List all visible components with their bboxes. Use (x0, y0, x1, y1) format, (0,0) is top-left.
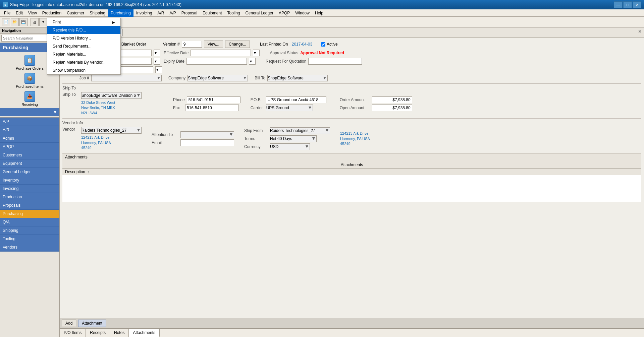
menu-view[interactable]: View (25, 9, 40, 17)
sidebar-item-vendors[interactable]: Vendors (0, 243, 59, 252)
sidebar-item-shipping[interactable]: Shipping (0, 226, 59, 235)
menu-replan-materials-by-vendor[interactable]: Replan Materials By Vendor... (47, 58, 120, 66)
effective-date-dropdown[interactable]: ▾ (253, 50, 260, 56)
active-checkbox[interactable]: Active (321, 42, 338, 47)
print-button[interactable]: 🖨 (31, 18, 39, 26)
rfq-input[interactable] (308, 58, 362, 65)
sidebar-item-ar[interactable]: A/R (0, 126, 59, 134)
phone-input[interactable] (187, 96, 240, 103)
form-row-3: Wanted On ▾ Expiry Date ▾ Request For Qu… (62, 58, 641, 65)
open-button[interactable]: 📂 (11, 18, 19, 26)
sidebar-item-general-ledger[interactable]: General Ledger (0, 168, 59, 176)
currency-select[interactable]: USD (270, 143, 310, 150)
expiry-date-dropdown[interactable]: ▾ (249, 58, 256, 65)
company-select[interactable]: ShopEdge Software (187, 75, 248, 81)
job-select[interactable] (91, 75, 162, 81)
effective-date-input[interactable] (191, 50, 251, 56)
sidebar-item-equipment[interactable]: Equipment (0, 159, 59, 168)
bill-to-group: Bill To ShopEdge Software (255, 75, 328, 81)
ordered-on-dropdown[interactable]: ▾ (154, 50, 160, 56)
ship-from-select[interactable]: Raiders Technologies_27 (270, 127, 330, 134)
change-button[interactable]: Change... (225, 41, 250, 48)
menu-production[interactable]: Production (40, 9, 64, 17)
minimize-button[interactable]: — (614, 1, 623, 8)
order-amount-input[interactable] (372, 96, 412, 103)
menu-edit[interactable]: Edit (13, 9, 25, 17)
amounts-group: Order Amount Open Amount (340, 96, 412, 111)
menu-receive-po[interactable]: Receive this P/O... (47, 26, 120, 34)
menu-show-comparison[interactable]: Show Comparison (47, 66, 120, 74)
menu-file[interactable]: File (1, 9, 13, 17)
menu-proposal[interactable]: Proposal (179, 9, 200, 17)
sidebar-icon-receiving[interactable]: 📥 Receiving (0, 90, 59, 108)
vendor-select[interactable]: Raiders Technologies_27 (81, 127, 142, 134)
sidebar-item-tooling[interactable]: Tooling (0, 235, 59, 243)
attention-select[interactable] (180, 131, 234, 138)
sidebar-item-invoicing[interactable]: Invoicing (0, 185, 59, 193)
menu-window[interactable]: Window (292, 9, 312, 17)
sidebar-item-admin[interactable]: Admin (0, 134, 59, 143)
email-input[interactable] (180, 139, 234, 146)
close-button[interactable]: ✕ (633, 1, 641, 8)
ship-to-addr-group: Ship To ShopEdge Software Division 6 32 … (62, 92, 163, 116)
save-button[interactable]: 💾 (19, 18, 28, 26)
sidebar-item-qa[interactable]: Q/A (0, 218, 59, 226)
menu-ap[interactable]: A/P (167, 9, 178, 17)
replan-materials-by-vendor-label: Replan Materials By Vendor... (53, 60, 106, 65)
menu-help[interactable]: Help (312, 9, 326, 17)
new-button[interactable]: 📄 (2, 18, 10, 26)
menu-equipment[interactable]: Equipment (200, 9, 224, 17)
carrier-select[interactable]: UPS Ground (266, 105, 313, 111)
expiry-date-group: Expiry Date ▾ (164, 58, 256, 65)
sidebar-expand-button[interactable]: ▼ (0, 108, 59, 116)
po-close-button[interactable]: ✕ (638, 29, 642, 34)
menu-print[interactable]: Print ▶ (47, 18, 120, 26)
tab-attachments[interactable]: Attachments (129, 329, 160, 337)
tab-po-items[interactable]: P/O Items (60, 329, 86, 337)
sidebar-item-production[interactable]: Production (0, 193, 59, 201)
sidebar-item-inventory[interactable]: Inventory (0, 176, 59, 185)
attachment-button[interactable]: Attachment (78, 320, 106, 327)
vendor-select-row: Raiders Technologies_27 (81, 127, 142, 134)
open-amount-input[interactable] (372, 105, 412, 111)
menu-tooling[interactable]: Tooling (224, 9, 243, 17)
wanted-on-dropdown[interactable]: ▾ (154, 58, 160, 65)
ship-to-select[interactable]: ShopEdge Software Division 6 (81, 92, 142, 99)
sidebar-item-purchasing[interactable]: Purchasing (0, 210, 59, 218)
menu-customer[interactable]: Customer (64, 9, 87, 17)
fax-group: Fax (173, 105, 240, 111)
tab-notes[interactable]: Notes (110, 329, 129, 337)
purchase-orders-label: Purchase Orders (16, 66, 44, 70)
menu-apqp[interactable]: APQP (276, 9, 292, 17)
form-row-1: Normal Processor Blanket Order Version #… (62, 41, 641, 48)
vendor-right-address: 124213 Ark DriveHarmony, PA USA45249 (340, 131, 370, 146)
fax-label: Fax (173, 106, 183, 110)
sidebar-item-ap[interactable]: A/P (0, 118, 59, 126)
menu-replan-materials[interactable]: Replan Materials... (47, 50, 120, 58)
view-button[interactable]: View... (204, 41, 223, 48)
menu-invoicing[interactable]: Invoicing (133, 9, 155, 17)
menu-ar[interactable]: A/R (155, 9, 167, 17)
tab-receipts[interactable]: Receipts (86, 329, 110, 337)
menu-send-requirements[interactable]: Send Requirements... (47, 42, 120, 50)
capital-request-dropdown[interactable]: ▾ (155, 66, 162, 73)
sidebar-item-proposals[interactable]: Proposals (0, 201, 59, 210)
fob-label: F.O.B. (251, 97, 264, 102)
menu-purchasing[interactable]: Purchasing (108, 9, 133, 17)
sidebar-item-customers[interactable]: Customers (0, 151, 59, 159)
fax-input[interactable] (185, 105, 239, 111)
menu-shipping[interactable]: Shipping (87, 9, 108, 17)
expiry-date-input[interactable] (186, 58, 247, 65)
menu-gl[interactable]: General Ledger (243, 9, 276, 17)
bill-to-select[interactable]: ShopEdge Software (267, 75, 328, 81)
sidebar-item-apqp[interactable]: APQP (0, 143, 59, 151)
print-dropdown[interactable]: ▾ (39, 18, 47, 26)
attachments-title: Attachments (65, 155, 88, 159)
menu-po-version-history[interactable]: P/O Version History... (47, 34, 120, 42)
terms-select[interactable]: Net 60 Days (270, 135, 317, 142)
fob-input[interactable] (266, 96, 326, 103)
vendor-info-label: Vendor Info (62, 121, 83, 125)
maximize-button[interactable]: □ (623, 1, 632, 8)
add-button[interactable]: Add (62, 320, 76, 327)
version-input[interactable] (182, 41, 202, 48)
